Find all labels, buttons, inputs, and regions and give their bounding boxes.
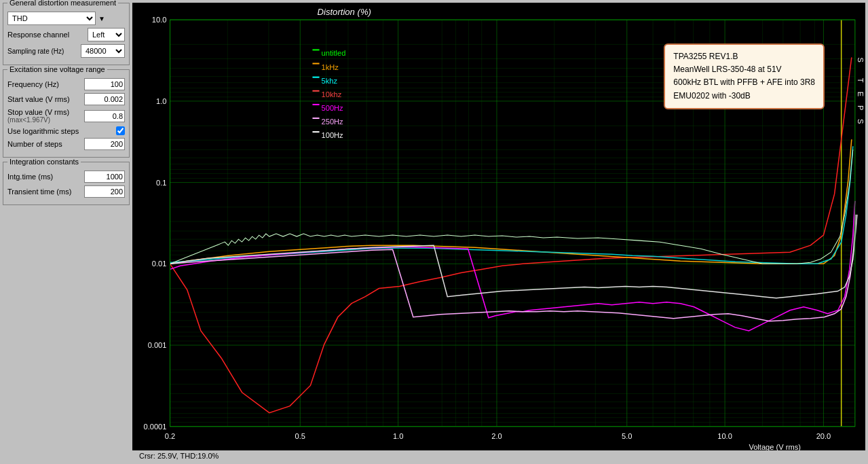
svg-text:10.0: 10.0 — [717, 432, 732, 440]
svg-text:P: P — [856, 105, 865, 110]
intg-time-row: Intg.time (ms) — [7, 171, 125, 183]
svg-rect-99 — [312, 118, 319, 119]
measure-type-row: THD THD+N SINAD ▼ — [7, 12, 125, 25]
transient-time-label: Transient time (ms) — [7, 188, 81, 196]
sampling-rate-select[interactable]: 44100 48000 96000 192000 — [81, 44, 125, 58]
svg-text:S: S — [856, 57, 865, 62]
transient-time-row: Transient time (ms) — [7, 185, 125, 198]
transient-time-input[interactable] — [84, 185, 125, 198]
stop-value-input[interactable] — [84, 110, 125, 122]
svg-rect-91 — [312, 63, 319, 65]
cursor-text: Crsr: 25.9V, THD:19.0% — [139, 452, 219, 460]
svg-text:0.5: 0.5 — [295, 432, 305, 440]
integration-group: Integration constants Intg.time (ms) Tra… — [3, 162, 130, 205]
svg-text:1kHz: 1kHz — [322, 63, 339, 71]
log-steps-checkbox[interactable] — [116, 126, 125, 135]
svg-text:100Hz: 100Hz — [322, 131, 344, 139]
svg-text:0.01: 0.01 — [152, 260, 167, 268]
svg-rect-95 — [312, 90, 319, 92]
stop-value-row: Stop value (V rms) (max<1.967V) — [7, 108, 125, 124]
chart-area: 10.0 1.0 0.1 0.01 0.001 0.0001 0.2 0.5 1… — [132, 0, 868, 464]
response-channel-select[interactable]: Left Right — [88, 28, 125, 41]
left-panel: General distortion measurement THD THD+N… — [0, 0, 132, 464]
integration-title: Integration constants — [7, 158, 81, 166]
intg-time-label: Intg.time (ms) — [7, 173, 81, 181]
annotation-line3: 600kHz BTL with PFFB + AFE into 3R8 — [673, 76, 815, 89]
svg-text:20.0: 20.0 — [816, 432, 831, 440]
svg-rect-101 — [312, 131, 319, 132]
svg-text:5khz: 5khz — [322, 77, 338, 85]
sampling-rate-label: Sampling rate (Hz) — [7, 48, 78, 55]
svg-text:1.0: 1.0 — [393, 432, 403, 440]
log-steps-label: Use logarithmic steps — [7, 127, 113, 135]
svg-text:2.0: 2.0 — [491, 432, 502, 440]
excitation-voltage-title: Excitation sine voltage range — [7, 65, 107, 73]
svg-text:Voltage (V rms): Voltage (V rms) — [749, 443, 800, 450]
response-channel-label: Response channel — [7, 31, 85, 39]
svg-text:1.0: 1.0 — [156, 97, 166, 105]
annotation-line4: EMU0202 with -30dB — [673, 90, 815, 103]
svg-text:T: T — [856, 78, 865, 83]
measure-dropdown-arrow: ▼ — [98, 15, 105, 22]
general-distortion-group: General distortion measurement THD THD+N… — [3, 3, 130, 65]
svg-text:0.2: 0.2 — [165, 432, 175, 440]
svg-text:0.1: 0.1 — [156, 179, 166, 187]
svg-text:5.0: 5.0 — [622, 432, 632, 440]
start-value-input[interactable] — [84, 93, 125, 105]
svg-rect-93 — [312, 77, 319, 78]
cursor-bar: Crsr: 25.9V, THD:19.0% — [132, 450, 865, 461]
svg-text:0.0001: 0.0001 — [144, 423, 167, 431]
response-channel-row: Response channel Left Right — [7, 28, 125, 41]
svg-rect-97 — [312, 104, 319, 105]
svg-text:S: S — [856, 119, 865, 124]
measure-type-select[interactable]: THD THD+N SINAD — [7, 12, 96, 25]
stop-value-label: Stop value (V rms) — [7, 108, 81, 116]
svg-text:untitled: untitled — [322, 49, 346, 57]
sampling-rate-row: Sampling rate (Hz) 44100 48000 96000 192… — [7, 44, 125, 58]
log-steps-row: Use logarithmic steps — [7, 126, 125, 135]
annotation-line1: TPA3255 REV1.B — [673, 50, 815, 63]
frequency-row: Frequency (Hz) — [7, 78, 125, 90]
num-steps-input[interactable] — [84, 138, 125, 150]
svg-text:Distortion (%): Distortion (%) — [318, 7, 371, 17]
excitation-voltage-group: Excitation sine voltage range Frequency … — [3, 69, 130, 158]
start-value-label: Start value (V rms) — [7, 95, 81, 103]
svg-text:E: E — [856, 92, 865, 96]
num-steps-row: Number of steps — [7, 138, 125, 150]
frequency-input[interactable] — [84, 78, 125, 90]
frequency-label: Frequency (Hz) — [7, 80, 81, 88]
num-steps-label: Number of steps — [7, 140, 81, 148]
start-value-row: Start value (V rms) — [7, 93, 125, 105]
svg-text:500Hz: 500Hz — [322, 104, 344, 112]
general-distortion-title: General distortion measurement — [7, 0, 118, 7]
annotation-box: TPA3255 REV1.B MeanWell LRS-350-48 at 51… — [664, 43, 825, 109]
svg-text:0.001: 0.001 — [148, 341, 167, 349]
chart-container[interactable]: 10.0 1.0 0.1 0.01 0.001 0.0001 0.2 0.5 1… — [132, 3, 865, 450]
svg-rect-89 — [312, 49, 319, 50]
svg-text:10khz: 10khz — [322, 90, 342, 99]
annotation-line2: MeanWell LRS-350-48 at 51V — [673, 63, 815, 76]
svg-text:10.0: 10.0 — [152, 16, 167, 24]
stop-value-sublabel: (max<1.967V) — [7, 116, 81, 124]
intg-time-input[interactable] — [84, 171, 125, 183]
svg-text:250Hz: 250Hz — [322, 118, 344, 126]
